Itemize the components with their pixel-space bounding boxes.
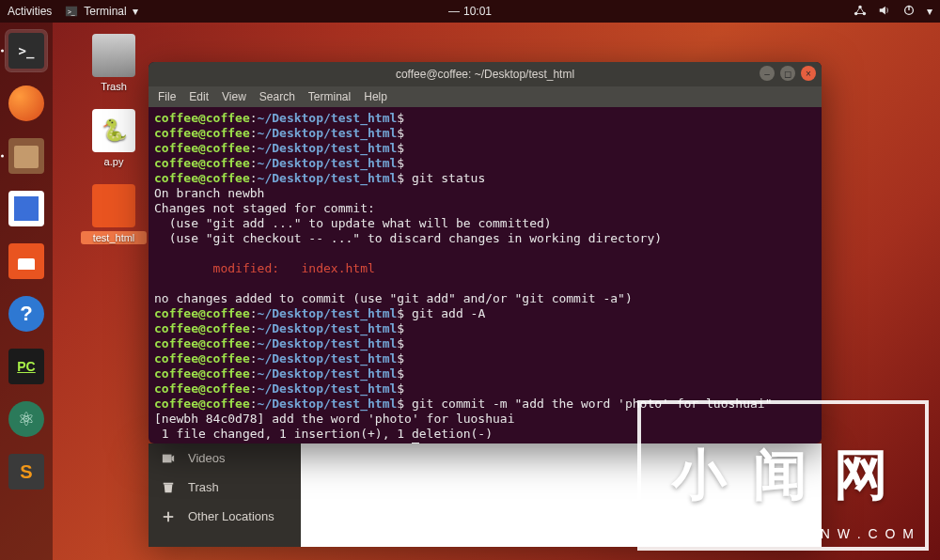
terminal-window[interactable]: coffee@coffee: ~/Desktop/test_html – ◻ ×…	[149, 62, 822, 443]
watermark-sub: X W E N W . C O M	[768, 526, 916, 541]
desktop-icon-trash[interactable]: Trash	[81, 34, 147, 92]
menu-search[interactable]: Search	[259, 90, 295, 103]
desktop-icon-label: Trash	[81, 81, 147, 92]
watermark: 小 闻 网 X W E N W . C O M	[637, 400, 929, 551]
files-sidebar-label: Trash	[188, 480, 219, 494]
terminal-small-icon: >_	[65, 5, 78, 18]
svg-rect-6	[908, 5, 909, 9]
top-bar: Activities >_ Terminal ▾ — 10:01 ▾	[0, 0, 940, 23]
files-sidebar-label: Other Locations	[188, 509, 274, 523]
menu-edit[interactable]: Edit	[189, 90, 209, 103]
launcher-dock	[0, 23, 53, 560]
svg-rect-8	[164, 482, 174, 484]
atom-icon	[8, 401, 44, 437]
help-icon	[8, 296, 44, 332]
videos-icon	[162, 452, 175, 465]
terminal-output[interactable]: coffee@coffee:~/Desktop/test_html$ coffe…	[149, 107, 822, 443]
files-sidebar-videos[interactable]: Videos	[149, 443, 301, 473]
dock-firefox[interactable]	[6, 83, 47, 124]
trash-small-icon	[162, 481, 175, 494]
trash-icon	[92, 34, 135, 77]
clock-time: 10:01	[463, 5, 492, 18]
menu-help[interactable]: Help	[364, 90, 387, 103]
menu-terminal[interactable]: Terminal	[308, 90, 351, 103]
files-sidebar-trash[interactable]: Trash	[149, 473, 301, 502]
libreoffice-writer-icon	[8, 191, 44, 226]
dock-pycharm[interactable]	[6, 346, 47, 387]
app-menu[interactable]: >_ Terminal ▾	[65, 5, 137, 18]
system-chevron-down-icon[interactable]: ▾	[927, 5, 932, 18]
terminal-icon	[8, 33, 44, 69]
python-file-icon	[92, 109, 135, 152]
desktop-icon-label: a.py	[81, 156, 147, 167]
svg-rect-7	[163, 454, 172, 462]
sublime-icon	[8, 454, 44, 490]
svg-text:>_: >_	[68, 8, 75, 16]
files-sidebar: Videos Trash Other Locations	[149, 443, 301, 547]
files-sidebar-label: Videos	[188, 451, 226, 465]
activities-button[interactable]: Activities	[8, 5, 52, 18]
dock-files[interactable]	[6, 135, 47, 177]
menu-file[interactable]: File	[158, 90, 176, 103]
desktop-icon-test-html[interactable]: test_html	[81, 184, 147, 244]
dock-terminal[interactable]	[6, 30, 47, 71]
desktop-icon-apy[interactable]: a.py	[81, 109, 147, 167]
terminal-titlebar[interactable]: coffee@coffee: ~/Desktop/test_html – ◻ ×	[149, 62, 822, 86]
menu-view[interactable]: View	[222, 90, 246, 103]
dock-atom[interactable]	[6, 398, 47, 440]
dock-software[interactable]	[6, 241, 47, 282]
terminal-title: coffee@coffee: ~/Desktop/test_html	[396, 68, 574, 81]
plus-icon	[162, 510, 175, 523]
window-minimize-button[interactable]: –	[760, 66, 775, 81]
svg-rect-10	[164, 516, 174, 518]
terminal-menubar: File Edit View Search Terminal Help	[149, 86, 822, 107]
clock[interactable]: — 10:01	[448, 5, 492, 18]
files-icon	[8, 138, 44, 174]
files-sidebar-other[interactable]: Other Locations	[149, 502, 301, 531]
watermark-text: 小 闻 网	[672, 439, 894, 512]
clock-dash: —	[448, 5, 460, 18]
window-close-button[interactable]: ×	[801, 66, 816, 81]
volume-icon[interactable]	[878, 4, 891, 20]
desktop-icon-label: test_html	[81, 231, 147, 244]
chevron-down-icon: ▾	[133, 5, 138, 18]
window-maximize-button[interactable]: ◻	[780, 66, 795, 81]
dock-help[interactable]	[6, 293, 47, 334]
power-icon[interactable]	[902, 4, 916, 20]
folder-icon	[92, 184, 135, 227]
pycharm-icon	[8, 349, 44, 384]
dock-libreoffice[interactable]	[6, 188, 47, 229]
network-icon[interactable]	[854, 4, 867, 20]
firefox-icon	[8, 86, 44, 121]
app-menu-label: Terminal	[84, 5, 126, 18]
software-center-icon	[8, 243, 44, 279]
dock-sublime[interactable]	[6, 451, 47, 492]
